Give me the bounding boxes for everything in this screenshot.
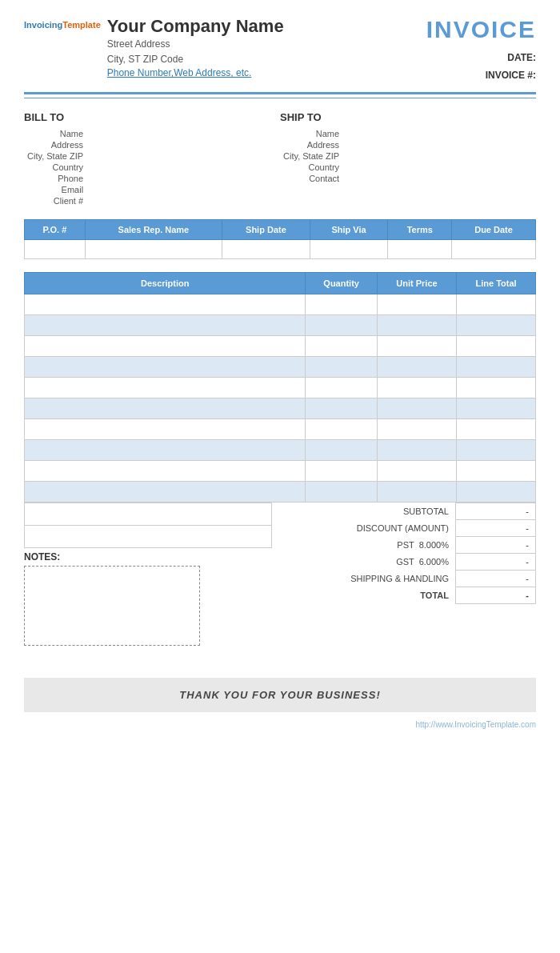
gst-row: GST 6.000% - [280, 554, 536, 571]
item-unit-price[interactable] [377, 419, 456, 440]
line-total-header: Line Total [457, 273, 536, 294]
shipping-label: SHIPPING & HANDLING [280, 571, 456, 587]
right-totals: SUBTOTAL - DISCOUNT (AMOUNT) - PST 8.000… [280, 503, 536, 604]
ship-to-heading: SHIP TO [280, 111, 536, 123]
bill-name-row: Name [24, 128, 88, 139]
terms-cell[interactable] [388, 240, 452, 259]
item-row[interactable] [25, 357, 536, 378]
bill-address-label: Address [24, 139, 88, 150]
item-row[interactable] [25, 482, 536, 503]
notes-totals-section: NOTES: SUBTOTAL - DISCOUNT (AMOUNT) - PS… [24, 503, 536, 646]
shipping-row: SHIPPING & HANDLING - [280, 571, 536, 587]
company-details: Your Company Name Street Address City, S… [107, 16, 284, 78]
item-unit-price[interactable] [377, 398, 456, 419]
item-unit-price[interactable] [377, 461, 456, 482]
item-row[interactable] [25, 398, 536, 419]
item-unit-price[interactable] [377, 294, 456, 315]
item-row[interactable] [25, 315, 536, 336]
bill-phone-row: Phone [24, 173, 88, 184]
notes-input-box[interactable] [24, 566, 200, 646]
ship-via-cell[interactable] [310, 240, 388, 259]
footer-watermark: http://www.InvoicingTemplate.com [24, 720, 536, 729]
po-data-row [25, 240, 536, 259]
item-row[interactable] [25, 461, 536, 482]
notes-section: NOTES: [24, 503, 280, 646]
phone-web[interactable]: Phone Number,Web Address, etc. [107, 67, 252, 78]
item-quantity[interactable] [306, 294, 377, 315]
bill-phone-label: Phone [24, 173, 88, 184]
bill-country-label: Country [24, 162, 88, 173]
item-line-total[interactable] [457, 294, 536, 315]
item-description[interactable] [25, 398, 306, 419]
bill-email-row: Email [24, 184, 88, 195]
pst-value: - [456, 537, 536, 554]
divider-top [24, 92, 536, 94]
item-line-total[interactable] [457, 482, 536, 503]
po-num-cell[interactable] [25, 240, 86, 259]
date-label: DATE: [507, 52, 536, 63]
thank-you-section: THANK YOU FOR YOUR BUSINESS! [24, 678, 536, 712]
logo: InvoicingTemplate [24, 19, 101, 30]
ship-country-label: Country [280, 162, 344, 173]
item-unit-price[interactable] [377, 482, 456, 503]
item-line-total[interactable] [457, 336, 536, 357]
bill-address-row: Address [24, 139, 88, 150]
company-name: Your Company Name [107, 16, 284, 37]
item-quantity[interactable] [306, 419, 377, 440]
item-row[interactable] [25, 419, 536, 440]
item-quantity[interactable] [306, 482, 377, 503]
item-description[interactable] [25, 294, 306, 315]
pst-label-rate: PST 8.000% [280, 537, 456, 554]
item-description[interactable] [25, 378, 306, 398]
city-state-zip: City, ST ZIP Code [107, 52, 284, 67]
discount-row: DISCOUNT (AMOUNT) - [280, 520, 536, 537]
discount-spacer [25, 526, 272, 548]
item-description[interactable] [25, 440, 306, 461]
item-unit-price[interactable] [377, 357, 456, 378]
sales-rep-cell[interactable] [85, 240, 222, 259]
invoice-title-block: INVOICE DATE: INVOICE #: [426, 16, 536, 84]
gst-value: - [456, 554, 536, 571]
item-line-total[interactable] [457, 315, 536, 336]
item-quantity[interactable] [306, 378, 377, 398]
item-quantity[interactable] [306, 440, 377, 461]
item-description[interactable] [25, 315, 306, 336]
item-description[interactable] [25, 482, 306, 503]
item-line-total[interactable] [457, 440, 536, 461]
item-quantity[interactable] [306, 398, 377, 419]
item-row[interactable] [25, 294, 536, 315]
item-line-total[interactable] [457, 461, 536, 482]
bill-email-label: Email [24, 184, 88, 195]
item-description[interactable] [25, 419, 306, 440]
item-quantity[interactable] [306, 357, 377, 378]
item-row[interactable] [25, 440, 536, 461]
items-table: Description Quantity Unit Price Line Tot… [24, 272, 536, 503]
gst-label-rate: GST 6.000% [280, 554, 456, 571]
discount-label: DISCOUNT (AMOUNT) [280, 520, 456, 537]
item-unit-price[interactable] [377, 315, 456, 336]
ship-city-label: City, State ZIP [280, 150, 344, 162]
po-num-header: P.O. # [25, 220, 86, 240]
due-date-cell[interactable] [452, 240, 536, 259]
ship-address-label: Address [280, 139, 344, 150]
item-unit-price[interactable] [377, 440, 456, 461]
item-line-total[interactable] [457, 378, 536, 398]
item-quantity[interactable] [306, 336, 377, 357]
item-description[interactable] [25, 357, 306, 378]
bill-name-label: Name [24, 128, 88, 139]
item-description[interactable] [25, 461, 306, 482]
bill-to-heading: BILL TO [24, 111, 280, 123]
ship-date-cell[interactable] [222, 240, 310, 259]
item-unit-price[interactable] [377, 336, 456, 357]
item-row[interactable] [25, 336, 536, 357]
item-line-total[interactable] [457, 398, 536, 419]
item-description[interactable] [25, 336, 306, 357]
bill-to-block: BILL TO Name Address City, State ZIP Cou… [24, 111, 280, 206]
item-line-total[interactable] [457, 419, 536, 440]
total-value: - [456, 587, 536, 604]
item-quantity[interactable] [306, 461, 377, 482]
item-quantity[interactable] [306, 315, 377, 336]
item-line-total[interactable] [457, 357, 536, 378]
item-row[interactable] [25, 378, 536, 398]
item-unit-price[interactable] [377, 378, 456, 398]
